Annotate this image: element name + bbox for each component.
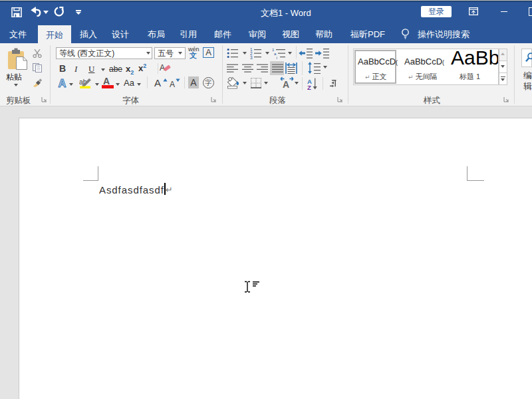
svg-text:A: A	[160, 63, 165, 72]
svg-text:A: A	[283, 79, 289, 89]
svg-text:A: A	[59, 77, 66, 88]
svg-text:Z: Z	[307, 84, 311, 90]
svg-text:i: i	[277, 56, 277, 59]
svg-text:3: 3	[250, 55, 253, 59]
